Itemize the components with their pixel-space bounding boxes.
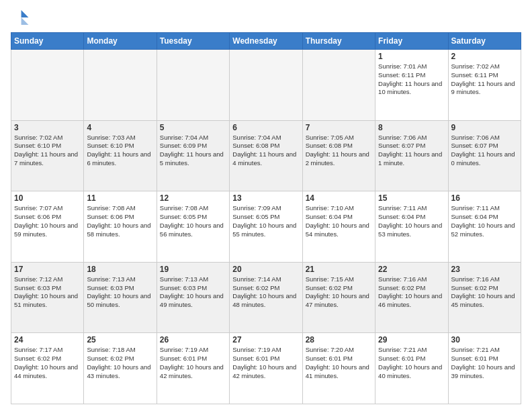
calendar-week-1: 1Sunrise: 7:01 AMSunset: 6:11 PMDaylight… bbox=[11, 50, 521, 121]
cell-info: Sunrise: 7:16 AMSunset: 6:02 PMDaylight:… bbox=[451, 275, 518, 310]
cell-info: Sunrise: 7:11 AMSunset: 6:04 PMDaylight:… bbox=[451, 204, 518, 238]
calendar-cell: 25Sunrise: 7:18 AMSunset: 6:02 PMDayligh… bbox=[84, 333, 157, 404]
calendar-cell: 14Sunrise: 7:10 AMSunset: 6:04 PMDayligh… bbox=[302, 191, 375, 263]
day-number: 1 bbox=[378, 52, 445, 61]
calendar-cell: 2Sunrise: 7:02 AMSunset: 6:11 PMDaylight… bbox=[448, 50, 521, 121]
weekday-header-tuesday: Tuesday bbox=[157, 33, 229, 50]
calendar-cell: 3Sunrise: 7:02 AMSunset: 6:10 PMDaylight… bbox=[11, 120, 84, 191]
weekday-header-thursday: Thursday bbox=[302, 33, 375, 50]
cell-info: Sunrise: 7:12 AMSunset: 6:03 PMDaylight:… bbox=[14, 275, 81, 310]
day-number: 27 bbox=[232, 335, 299, 345]
calendar-cell: 17Sunrise: 7:12 AMSunset: 6:03 PMDayligh… bbox=[11, 262, 84, 333]
cell-info: Sunrise: 7:15 AMSunset: 6:02 PMDaylight:… bbox=[306, 275, 372, 310]
svg-marker-1 bbox=[21, 17, 29, 25]
weekday-header-monday: Monday bbox=[84, 33, 157, 50]
cell-info: Sunrise: 7:06 AMSunset: 6:07 PMDaylight:… bbox=[378, 134, 445, 168]
cell-info: Sunrise: 7:07 AMSunset: 6:06 PMDaylight:… bbox=[14, 204, 81, 238]
weekday-header-row: SundayMondayTuesdayWednesdayThursdayFrid… bbox=[11, 33, 521, 50]
page: SundayMondayTuesdayWednesdayThursdayFrid… bbox=[0, 0, 532, 411]
cell-info: Sunrise: 7:10 AMSunset: 6:04 PMDaylight:… bbox=[306, 204, 372, 238]
cell-info: Sunrise: 7:19 AMSunset: 6:01 PMDaylight:… bbox=[160, 346, 226, 380]
header bbox=[11, 8, 521, 27]
day-number: 3 bbox=[14, 123, 81, 132]
cell-info: Sunrise: 7:05 AMSunset: 6:08 PMDaylight:… bbox=[306, 134, 372, 168]
cell-info: Sunrise: 7:02 AMSunset: 6:11 PMDaylight:… bbox=[451, 62, 518, 97]
calendar-cell bbox=[84, 50, 157, 121]
cell-info: Sunrise: 7:19 AMSunset: 6:01 PMDaylight:… bbox=[232, 346, 299, 380]
svg-marker-0 bbox=[21, 10, 29, 17]
day-number: 15 bbox=[378, 193, 445, 203]
day-number: 6 bbox=[232, 123, 299, 132]
day-number: 28 bbox=[306, 335, 372, 345]
calendar-cell bbox=[302, 50, 375, 121]
weekday-header-friday: Friday bbox=[375, 33, 448, 50]
calendar-cell: 24Sunrise: 7:17 AMSunset: 6:02 PMDayligh… bbox=[11, 333, 84, 404]
cell-info: Sunrise: 7:02 AMSunset: 6:10 PMDaylight:… bbox=[14, 134, 81, 168]
weekday-header-wednesday: Wednesday bbox=[230, 33, 302, 50]
cell-info: Sunrise: 7:13 AMSunset: 6:03 PMDaylight:… bbox=[160, 275, 226, 310]
calendar-cell: 12Sunrise: 7:08 AMSunset: 6:05 PMDayligh… bbox=[157, 191, 229, 263]
calendar-cell: 27Sunrise: 7:19 AMSunset: 6:01 PMDayligh… bbox=[230, 333, 302, 404]
day-number: 24 bbox=[14, 335, 81, 345]
day-number: 26 bbox=[160, 335, 226, 345]
calendar-cell: 22Sunrise: 7:16 AMSunset: 6:02 PMDayligh… bbox=[375, 262, 448, 333]
day-number: 14 bbox=[306, 193, 372, 203]
calendar-week-4: 17Sunrise: 7:12 AMSunset: 6:03 PMDayligh… bbox=[11, 262, 521, 333]
cell-info: Sunrise: 7:01 AMSunset: 6:11 PMDaylight:… bbox=[378, 62, 445, 97]
day-number: 8 bbox=[378, 123, 445, 132]
calendar-cell: 23Sunrise: 7:16 AMSunset: 6:02 PMDayligh… bbox=[448, 262, 521, 333]
day-number: 2 bbox=[451, 52, 518, 61]
cell-info: Sunrise: 7:04 AMSunset: 6:08 PMDaylight:… bbox=[232, 134, 299, 168]
cell-info: Sunrise: 7:13 AMSunset: 6:03 PMDaylight:… bbox=[87, 275, 153, 310]
calendar-cell: 21Sunrise: 7:15 AMSunset: 6:02 PMDayligh… bbox=[302, 262, 375, 333]
cell-info: Sunrise: 7:06 AMSunset: 6:07 PMDaylight:… bbox=[451, 134, 518, 168]
calendar-week-3: 10Sunrise: 7:07 AMSunset: 6:06 PMDayligh… bbox=[11, 191, 521, 263]
calendar-cell: 28Sunrise: 7:20 AMSunset: 6:01 PMDayligh… bbox=[302, 333, 375, 404]
logo-icon bbox=[11, 8, 30, 27]
day-number: 21 bbox=[306, 265, 372, 274]
calendar-cell bbox=[11, 50, 84, 121]
calendar-table: SundayMondayTuesdayWednesdayThursdayFrid… bbox=[11, 32, 521, 404]
calendar-cell: 7Sunrise: 7:05 AMSunset: 6:08 PMDaylight… bbox=[302, 120, 375, 191]
day-number: 5 bbox=[160, 123, 226, 132]
calendar-cell: 1Sunrise: 7:01 AMSunset: 6:11 PMDaylight… bbox=[375, 50, 448, 121]
cell-info: Sunrise: 7:18 AMSunset: 6:02 PMDaylight:… bbox=[87, 346, 153, 380]
calendar-cell: 19Sunrise: 7:13 AMSunset: 6:03 PMDayligh… bbox=[157, 262, 229, 333]
calendar-cell bbox=[230, 50, 302, 121]
calendar-cell: 16Sunrise: 7:11 AMSunset: 6:04 PMDayligh… bbox=[448, 191, 521, 263]
cell-info: Sunrise: 7:14 AMSunset: 6:02 PMDaylight:… bbox=[232, 275, 299, 310]
calendar-cell: 11Sunrise: 7:08 AMSunset: 6:06 PMDayligh… bbox=[84, 191, 157, 263]
day-number: 7 bbox=[306, 123, 372, 132]
day-number: 20 bbox=[232, 265, 299, 274]
weekday-header-sunday: Sunday bbox=[11, 33, 84, 50]
day-number: 30 bbox=[451, 335, 518, 345]
cell-info: Sunrise: 7:21 AMSunset: 6:01 PMDaylight:… bbox=[378, 346, 445, 380]
day-number: 23 bbox=[451, 265, 518, 274]
day-number: 19 bbox=[160, 265, 226, 274]
calendar-cell: 18Sunrise: 7:13 AMSunset: 6:03 PMDayligh… bbox=[84, 262, 157, 333]
logo bbox=[11, 8, 32, 27]
day-number: 11 bbox=[87, 193, 153, 203]
day-number: 29 bbox=[378, 335, 445, 345]
cell-info: Sunrise: 7:09 AMSunset: 6:05 PMDaylight:… bbox=[232, 204, 299, 238]
calendar-cell: 10Sunrise: 7:07 AMSunset: 6:06 PMDayligh… bbox=[11, 191, 84, 263]
calendar-cell: 13Sunrise: 7:09 AMSunset: 6:05 PMDayligh… bbox=[230, 191, 302, 263]
calendar-cell: 20Sunrise: 7:14 AMSunset: 6:02 PMDayligh… bbox=[230, 262, 302, 333]
day-number: 25 bbox=[87, 335, 153, 345]
cell-info: Sunrise: 7:03 AMSunset: 6:10 PMDaylight:… bbox=[87, 134, 153, 168]
calendar-cell: 26Sunrise: 7:19 AMSunset: 6:01 PMDayligh… bbox=[157, 333, 229, 404]
calendar-cell: 5Sunrise: 7:04 AMSunset: 6:09 PMDaylight… bbox=[157, 120, 229, 191]
cell-info: Sunrise: 7:21 AMSunset: 6:01 PMDaylight:… bbox=[451, 346, 518, 380]
day-number: 4 bbox=[87, 123, 153, 132]
calendar-cell: 4Sunrise: 7:03 AMSunset: 6:10 PMDaylight… bbox=[84, 120, 157, 191]
day-number: 9 bbox=[451, 123, 518, 132]
day-number: 22 bbox=[378, 265, 445, 274]
cell-info: Sunrise: 7:11 AMSunset: 6:04 PMDaylight:… bbox=[378, 204, 445, 238]
calendar-cell: 8Sunrise: 7:06 AMSunset: 6:07 PMDaylight… bbox=[375, 120, 448, 191]
day-number: 18 bbox=[87, 265, 153, 274]
cell-info: Sunrise: 7:04 AMSunset: 6:09 PMDaylight:… bbox=[160, 134, 226, 168]
calendar-week-5: 24Sunrise: 7:17 AMSunset: 6:02 PMDayligh… bbox=[11, 333, 521, 404]
day-number: 10 bbox=[14, 193, 81, 203]
cell-info: Sunrise: 7:17 AMSunset: 6:02 PMDaylight:… bbox=[14, 346, 81, 380]
calendar-cell: 6Sunrise: 7:04 AMSunset: 6:08 PMDaylight… bbox=[230, 120, 302, 191]
